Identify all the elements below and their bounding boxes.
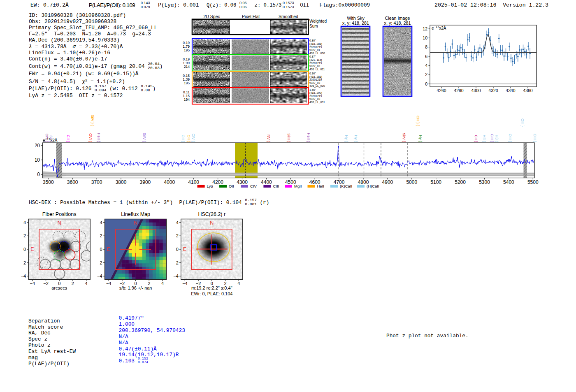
svg-text:EWr: 0, PLAE: 0.104: EWr: 0, PLAE: 0.104 xyxy=(191,291,232,296)
svg-text:4: 4 xyxy=(85,281,88,286)
svg-text:4: 4 xyxy=(100,220,102,225)
svg-text:arcsecs: arcsecs xyxy=(51,285,67,290)
svg-text:CII {: CII { xyxy=(474,135,478,142)
svg-text:Hγ {: Hγ { xyxy=(418,135,423,142)
svg-text:−2: −2 xyxy=(173,260,179,265)
svg-text:CIV {: CIV { xyxy=(45,133,49,142)
svg-text:Lyα: Lyα xyxy=(207,184,214,188)
svg-text:s/b: 1.96 +/- nan: s/b: 1.96 +/- nan xyxy=(119,285,152,290)
svg-text:2: 2 xyxy=(72,281,74,286)
svg-text:3800: 3800 xyxy=(116,179,127,185)
svg-text:N: N xyxy=(134,220,137,226)
svg-text:−4: −4 xyxy=(97,274,102,278)
svg-text:MgII: MgII xyxy=(294,184,302,188)
svg-text:HeII {: HeII { xyxy=(307,133,311,142)
svg-text:4: 4 xyxy=(23,220,26,225)
svg-text:E: E xyxy=(183,246,186,252)
svg-text:4400: 4400 xyxy=(261,179,272,185)
svg-text:0: 0 xyxy=(100,247,102,252)
svg-text:SiIV } {: SiIV } { xyxy=(91,114,95,126)
svg-text:3900: 3900 xyxy=(140,179,151,185)
svg-text:5400: 5400 xyxy=(503,179,514,185)
svg-text:N: N xyxy=(58,220,61,226)
svg-text:CIII {: CIII { xyxy=(490,134,494,142)
svg-text:5300: 5300 xyxy=(479,179,490,185)
svg-text:0: 0 xyxy=(425,81,427,86)
svg-text:OIII {: OIII { xyxy=(508,134,512,142)
svg-text:3700: 3700 xyxy=(91,179,102,185)
svg-text:5500: 5500 xyxy=(527,179,539,185)
svg-text:(H)CaII: (H)CaII xyxy=(367,184,379,188)
svg-text:5100: 5100 xyxy=(430,179,441,185)
svg-text:−4: −4 xyxy=(173,274,179,278)
svg-text:10: 10 xyxy=(35,157,40,163)
svg-text:e−17x2Å: e−17x2Å xyxy=(432,25,446,31)
svg-text:−2: −2 xyxy=(97,260,102,265)
svg-text:4: 4 xyxy=(176,220,179,225)
svg-text:4: 4 xyxy=(425,63,427,68)
svg-text:20: 20 xyxy=(35,143,40,148)
svg-text:HeII: HeII xyxy=(317,184,324,188)
svg-text:0: 0 xyxy=(23,247,26,252)
svg-text:4260: 4260 xyxy=(437,88,446,93)
svg-text:−2: −2 xyxy=(21,260,26,265)
svg-text:−4: −4 xyxy=(21,274,26,278)
svg-text:OIII {: OIII { xyxy=(533,134,537,142)
svg-text:Hγ {: Hγ { xyxy=(344,135,348,142)
svg-text:m:19.2 re:2.2" s:0.4": m:19.2 re:2.2" s:0.4" xyxy=(191,285,232,290)
svg-text:4900: 4900 xyxy=(382,179,393,185)
svg-text:Hβ {: Hβ { xyxy=(482,135,486,142)
svg-text:E: E xyxy=(30,246,34,252)
svg-text:CII {: CII { xyxy=(66,135,70,142)
svg-text:2: 2 xyxy=(425,72,427,77)
svg-text:SiIV {: SiIV { xyxy=(402,133,406,142)
svg-text:8: 8 xyxy=(425,44,427,49)
svg-text:(K)CaII: (K)CaII xyxy=(340,184,352,188)
svg-text:6: 6 xyxy=(425,54,427,59)
svg-text:10: 10 xyxy=(423,35,427,40)
svg-text:NV {: NV { xyxy=(267,135,271,142)
svg-text:CIII } {: CIII } { xyxy=(416,116,420,126)
svg-text:HeII {: HeII { xyxy=(97,133,101,142)
svg-text:CIV: CIV xyxy=(250,184,257,188)
svg-text:4340: 4340 xyxy=(506,88,516,93)
svg-text:SiII{: SiII{ xyxy=(49,135,53,142)
svg-text:4300: 4300 xyxy=(471,88,481,93)
svg-text:SiIII {: SiIII { xyxy=(287,133,291,142)
svg-text:3500: 3500 xyxy=(43,179,54,185)
svg-text:CIV {: CIV { xyxy=(191,133,195,142)
svg-text:0: 0 xyxy=(37,172,40,177)
svg-text:3600: 3600 xyxy=(67,179,78,185)
svg-text:SiIV {: SiIV { xyxy=(142,133,146,142)
svg-text:−4: −4 xyxy=(182,281,188,286)
svg-text:−4: −4 xyxy=(106,281,111,286)
svg-text:E: E xyxy=(107,246,110,252)
svg-text:4300: 4300 xyxy=(237,179,248,185)
svg-text:OIII }: OIII } xyxy=(520,118,525,127)
svg-text:4200: 4200 xyxy=(212,179,223,185)
svg-text:OII: OII xyxy=(229,184,234,188)
svg-text:5200: 5200 xyxy=(455,179,466,185)
svg-text:4: 4 xyxy=(237,281,240,286)
svg-text:OVI {: OVI { xyxy=(88,133,93,142)
svg-text:12: 12 xyxy=(423,26,427,31)
svg-text:4: 4 xyxy=(161,281,164,286)
svg-text:OII {: OII { xyxy=(181,135,185,142)
svg-text:2: 2 xyxy=(23,233,26,238)
svg-text:N: N xyxy=(210,220,214,226)
svg-text:OII {: OII { xyxy=(187,135,191,142)
svg-text:4320: 4320 xyxy=(488,88,498,93)
svg-text:Hγ {: Hγ { xyxy=(354,135,358,142)
svg-text:4000: 4000 xyxy=(164,179,175,185)
svg-text:0: 0 xyxy=(176,247,179,252)
svg-text:4280: 4280 xyxy=(454,88,464,93)
svg-text:Hβ {: Hβ { xyxy=(495,135,499,142)
svg-text:4360: 4360 xyxy=(523,88,533,93)
svg-text:CIII: CIII xyxy=(273,184,279,188)
svg-text:2: 2 xyxy=(100,233,102,238)
svg-text:4100: 4100 xyxy=(188,179,199,185)
svg-text:5000: 5000 xyxy=(406,179,417,185)
svg-text:−2: −2 xyxy=(43,281,49,286)
svg-text:2: 2 xyxy=(176,233,179,238)
svg-text:−4: −4 xyxy=(30,281,35,286)
